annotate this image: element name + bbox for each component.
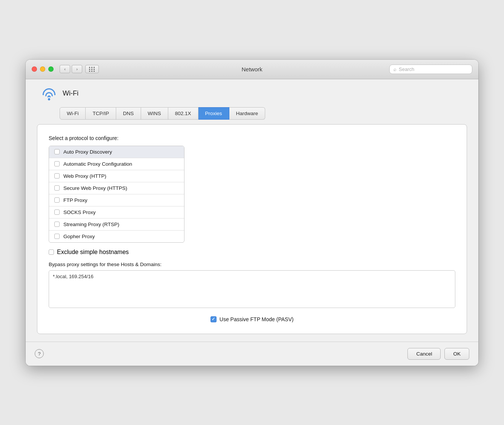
forward-button[interactable]: › [72,65,82,73]
wifi-icon [41,87,57,100]
exclude-hostnames-row: Exclude simple hostnames [49,249,455,256]
secure-web-proxy-label: Secure Web Proxy (HTTPS) [63,185,127,191]
checkmark-icon: ✓ [212,317,215,322]
list-item[interactable]: Auto Proxy Discovery [49,146,184,158]
window: ‹ › Network ⌕ Search [26,60,478,366]
list-item[interactable]: Secure Web Proxy (HTTPS) [49,182,184,194]
exclude-hostnames-checkbox[interactable] [49,249,54,255]
traffic-lights [32,66,54,72]
tab-wins[interactable]: WINS [141,107,168,120]
auto-proxy-checkbox[interactable] [54,149,60,154]
protocol-section-label: Select a protocol to configure: [49,135,455,141]
tab-hardware[interactable]: Hardware [229,107,266,120]
gopher-proxy-label: Gopher Proxy [63,234,95,239]
window-title: Network [241,66,262,72]
list-item[interactable]: FTP Proxy [49,194,184,206]
web-proxy-checkbox[interactable] [54,173,60,179]
close-button[interactable] [32,66,37,72]
auto-config-label: Automatic Proxy Configuration [63,161,132,167]
action-buttons: Cancel OK [407,348,469,360]
protocol-list: Auto Proxy Discovery Automatic Proxy Con… [49,146,184,243]
cancel-button[interactable]: Cancel [407,348,441,360]
tab-8021x[interactable]: 802.1X [168,107,198,120]
ftp-mode-checkbox[interactable]: ✓ [211,316,217,322]
wifi-label: Wi-Fi [63,89,78,97]
list-item[interactable]: Streaming Proxy (RTSP) [49,218,184,230]
nav-buttons: ‹ › [60,65,99,73]
bypass-label: Bypass proxy settings for these Hosts & … [49,262,455,267]
minimize-button[interactable] [40,66,45,72]
tab-proxies[interactable]: Proxies [198,107,229,120]
list-item[interactable]: Automatic Proxy Configuration [49,158,184,170]
tab-tcpip[interactable]: TCP/IP [86,107,116,120]
help-button[interactable]: ? [35,349,44,358]
titlebar: ‹ › Network ⌕ Search [26,60,478,79]
tab-dns[interactable]: DNS [116,107,141,120]
ftp-proxy-checkbox[interactable] [54,197,60,203]
tab-wifi[interactable]: Wi-Fi [60,107,86,120]
search-box[interactable]: ⌕ Search [389,65,472,74]
list-item[interactable]: SOCKS Proxy [49,206,184,218]
gopher-proxy-checkbox[interactable] [54,234,60,239]
secure-web-proxy-checkbox[interactable] [54,185,60,191]
bottom-bar: ? Cancel OK [26,342,478,366]
socks-proxy-label: SOCKS Proxy [63,209,96,215]
bypass-textarea[interactable]: *.local, 169.254/16 [49,270,455,308]
tab-bar: Wi-Fi TCP/IP DNS WINS 802.1X Proxies Har… [37,107,467,120]
exclude-hostnames-label: Exclude simple hostnames [57,249,129,256]
content-area: Wi-Fi Wi-Fi TCP/IP DNS WINS 802.1X Proxi… [26,79,478,342]
ftp-mode-row: ✓ Use Passive FTP Mode (PASV) [49,316,455,322]
maximize-button[interactable] [48,66,54,72]
socks-proxy-checkbox[interactable] [54,209,60,215]
ftp-proxy-label: FTP Proxy [63,197,88,203]
list-item[interactable]: Gopher Proxy [49,230,184,242]
streaming-proxy-label: Streaming Proxy (RTSP) [63,222,119,227]
wifi-header: Wi-Fi [37,87,467,100]
ok-button[interactable]: OK [444,348,469,360]
search-icon: ⌕ [393,66,396,72]
back-button[interactable]: ‹ [60,65,70,73]
list-item[interactable]: Web Proxy (HTTP) [49,170,184,182]
web-proxy-label: Web Proxy (HTTP) [63,173,106,179]
auto-config-checkbox[interactable] [54,161,60,166]
search-input[interactable]: Search [399,66,414,72]
streaming-proxy-checkbox[interactable] [54,222,60,227]
ftp-mode-label: Use Passive FTP Mode (PASV) [220,316,293,322]
auto-proxy-label: Auto Proxy Discovery [63,149,112,155]
proxies-panel: Select a protocol to configure: Auto Pro… [37,124,467,334]
grid-button[interactable] [85,65,99,73]
